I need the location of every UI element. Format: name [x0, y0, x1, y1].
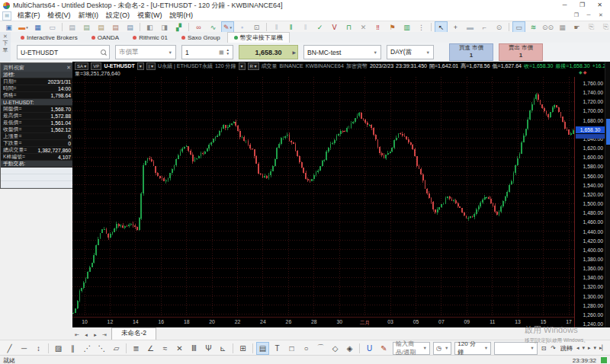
fib-fan-icon[interactable]: ∠: [144, 342, 157, 355]
horizontal-line-icon[interactable]: ─: [18, 342, 30, 355]
chart-header-item[interactable]: ▾: [137, 62, 144, 70]
chart-scrollbar[interactable]: [605, 62, 610, 327]
zoom-tool-icon[interactable]: ⊙: [493, 21, 506, 33]
close-button[interactable]: ✕: [591, 0, 608, 10]
bracket-marker-icon[interactable]: ⊓: [342, 21, 355, 33]
tab-nav-prev-button[interactable]: ◂: [82, 330, 91, 340]
study-point-icon[interactable]: ◦: [236, 21, 249, 33]
spectacles-icon[interactable]: ⊙⊙: [541, 21, 554, 33]
jump-button[interactable]: 跳轉: [560, 344, 573, 353]
order-type-select[interactable]: 市價單 ▼: [115, 45, 176, 59]
trendline-icon[interactable]: ╱: [3, 342, 16, 355]
mdi-minimize-button[interactable]: ─: [583, 11, 595, 20]
order-panel-side-strip[interactable]: ✕ 下單: [0, 32, 11, 62]
menu-item-2[interactable]: 新增(I): [75, 11, 103, 21]
chart-trading-icon[interactable]: ≋: [527, 21, 540, 33]
cycle-lines-icon[interactable]: Ⅲ: [188, 342, 201, 355]
restore-button[interactable]: ❐: [573, 0, 591, 10]
bar-back-button[interactable]: ◂: [576, 345, 580, 351]
account-select[interactable]: BN-MC-test ▼: [303, 45, 381, 59]
rectangle-tool-icon[interactable]: □: [285, 342, 298, 355]
chart-header-item[interactable]: VP: [91, 62, 101, 70]
mdi-restore-button[interactable]: ❐: [570, 11, 583, 20]
alert-marks-icon[interactable]: ‼: [371, 21, 384, 33]
pointer-icon[interactable]: ↖: [435, 21, 448, 33]
portfolio-icon[interactable]: ▤: [109, 21, 122, 33]
chart-trading-toggle-icon[interactable]: ◆◆: [579, 69, 587, 75]
dots-column-icon[interactable]: ⋮: [415, 21, 428, 33]
region-select-icon[interactable]: ▭: [512, 21, 525, 33]
new-chart-window-icon[interactable]: ▣: [2, 21, 15, 33]
marker-v-icon[interactable]: Ⅴ: [328, 21, 341, 33]
symbol-lookup-select[interactable]: 輸入商品/週期 ▼: [393, 342, 430, 355]
time-axis[interactable]: 1012141618202224262830二月0305070911131517: [72, 317, 574, 328]
diamond-tool-icon[interactable]: ◇: [329, 342, 342, 355]
minimize-button[interactable]: ─: [556, 0, 573, 10]
raff-channel-icon[interactable]: ⋱: [95, 342, 108, 355]
gann-tool-icon[interactable]: ✕: [173, 342, 186, 355]
calculator-icon[interactable]: ▦: [219, 49, 224, 56]
tab-nav-last-button[interactable]: ⇥: [100, 330, 109, 340]
copy-study-1-icon[interactable]: ⎘: [585, 21, 598, 33]
bars-colored-icon[interactable]: ‖: [284, 21, 297, 33]
price-axis[interactable]: 1,760.001,740.001,720.001,700.001,680.00…: [574, 77, 605, 327]
market-scanner-icon[interactable]: ▤: [80, 21, 93, 33]
broker-tab-1[interactable]: OANDA: [85, 32, 126, 43]
study-curve-icon[interactable]: ∿: [207, 21, 220, 33]
menu-item-0[interactable]: 檔案(F): [14, 11, 44, 21]
menu-item-4[interactable]: 視窗(W): [133, 11, 166, 21]
study-frame-icon[interactable]: ⊡: [250, 21, 263, 33]
chart-analysis-icon[interactable]: ▤: [124, 21, 136, 33]
tab-nav-first-button[interactable]: ⇤: [72, 330, 82, 340]
ruler-icon[interactable]: ⌐: [478, 21, 491, 33]
text-tool-icon[interactable]: T: [271, 342, 284, 355]
price-arrow-icon[interactable]: ▶: [292, 49, 296, 55]
menu-item-3[interactable]: 設定(O): [102, 11, 133, 21]
broker-tab-3[interactable]: Saxo Group: [175, 32, 227, 43]
flag-marker-icon[interactable]: ⚑: [386, 21, 399, 33]
check-mark-icon[interactable]: ✓: [313, 21, 326, 33]
data-window-close-icon[interactable]: ✕: [66, 65, 71, 71]
parallelogram-icon[interactable]: ▱: [110, 342, 123, 355]
channel-hatch-icon[interactable]: ▨: [52, 342, 65, 355]
quote-manager-icon[interactable]: ▬▾: [17, 21, 30, 33]
vertical-line-icon[interactable]: ↕: [32, 342, 45, 355]
order-panel-close-icon[interactable]: ✕: [0, 33, 11, 40]
fib-arc-icon[interactable]: ≈: [159, 342, 172, 355]
window-layout-icon[interactable]: ▭: [46, 21, 59, 33]
bar-forward-menu[interactable]: ▾: [594, 345, 597, 351]
tab-nav-next-button[interactable]: ▸: [91, 330, 100, 340]
broker-tab-0[interactable]: Interactive Brokers: [14, 32, 85, 43]
chart-header-item[interactable]: ▾: [239, 62, 246, 70]
magnet-mode-icon[interactable]: U: [363, 342, 376, 355]
bar-last-button[interactable]: ▸▏: [599, 345, 606, 351]
chart-header-item[interactable]: | ▾: [146, 62, 156, 70]
sell-market-button[interactable]: 賣出 市價 1: [499, 43, 543, 61]
parallel-channel-icon[interactable]: ∥: [66, 342, 79, 355]
quantity-stepper[interactable]: 1 ▦ ▲▼: [181, 45, 233, 59]
quantity-spinner-icon[interactable]: ▲▼: [226, 49, 230, 56]
chart-window[interactable]: SA ▾VPU-ETHUSDT▾| ▾U永續 | ETHUSDT永續120 分鐘…: [72, 62, 610, 327]
marker-tool-icon[interactable]: ◈: [343, 342, 356, 355]
broker-tab-4[interactable]: 幣安串接下單機: [227, 32, 290, 43]
market-depth-icon[interactable]: ▦: [556, 21, 569, 33]
regression-channel-icon[interactable]: ⋰: [81, 342, 94, 355]
mdi-close-button[interactable]: ✕: [595, 11, 607, 20]
save-desktop-icon[interactable]: ▦: [31, 21, 44, 33]
bars-pale-icon[interactable]: ‖: [270, 21, 283, 33]
bar-back-menu[interactable]: ▾: [583, 345, 586, 351]
window-split-h-icon[interactable]: ◧: [143, 21, 156, 33]
clock-select[interactable]: ◷ ▼: [433, 342, 451, 355]
ellipse-tool-icon[interactable]: ○: [300, 342, 313, 355]
goto-date-input[interactable]: ▼: [494, 342, 537, 355]
symbol-input[interactable]: U-ETHUSDT: [17, 45, 110, 59]
search-icon[interactable]: [101, 49, 106, 55]
tif-select[interactable]: DAY(當 ▼: [387, 45, 434, 59]
bar-forward-button[interactable]: ▸: [588, 345, 591, 351]
chart-header-item[interactable]: R ▾: [248, 62, 259, 70]
arc-tool-icon[interactable]: ⌒: [314, 342, 327, 355]
window-split-v-icon[interactable]: ◨: [158, 21, 171, 33]
order-flow-icon[interactable]: ▤: [95, 21, 108, 33]
note-icon[interactable]: ▬: [464, 21, 477, 33]
grid-tool-icon[interactable]: ⊞: [236, 342, 249, 355]
